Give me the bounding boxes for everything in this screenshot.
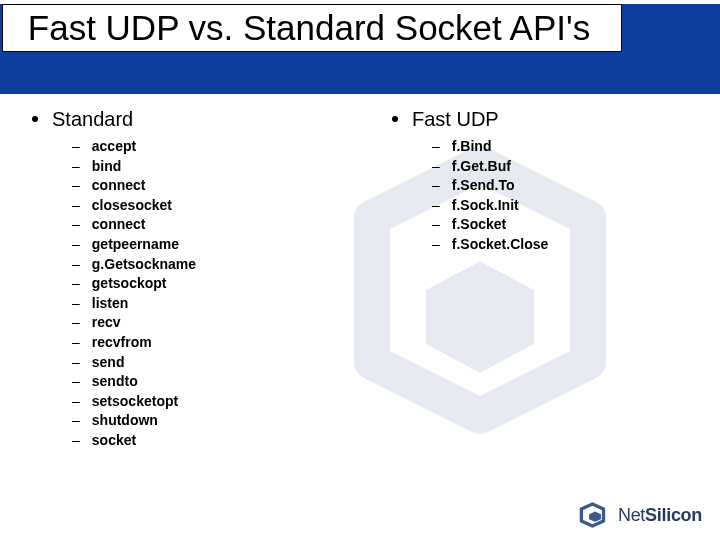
list-item: –g.Getsockname [72, 255, 360, 275]
list-item-label: f.Socket.Close [452, 235, 548, 255]
list-item: –f.Socket [432, 215, 720, 235]
brand-mark-icon [578, 502, 612, 528]
list-item-label: f.Get.Buf [452, 157, 511, 177]
brand-silicon: Silicon [645, 505, 702, 525]
list-item: –f.Send.To [432, 176, 720, 196]
list-item-label: connect [92, 176, 146, 196]
list-item-label: recvfrom [92, 333, 152, 353]
list-item-label: g.Getsockname [92, 255, 196, 275]
list-item-label: sendto [92, 372, 138, 392]
brand-text: NetSilicon [618, 505, 702, 526]
list-item-label: socket [92, 431, 136, 451]
column-heading-label: Fast UDP [412, 108, 499, 131]
dash-icon: – [432, 196, 440, 216]
list-item-label: f.Send.To [452, 176, 515, 196]
column-standard: Standard –accept –bind –connect –closeso… [0, 108, 360, 478]
dash-icon: – [72, 196, 80, 216]
list-item: –setsocketopt [72, 392, 360, 412]
list-item: –recvfrom [72, 333, 360, 353]
column-heading-label: Standard [52, 108, 133, 131]
dash-icon: – [432, 137, 440, 157]
list-item: –closesocket [72, 196, 360, 216]
list-item-label: bind [92, 157, 122, 177]
dash-icon: – [72, 137, 80, 157]
dash-icon: – [432, 235, 440, 255]
dash-icon: – [432, 157, 440, 177]
dash-icon: – [72, 392, 80, 412]
list-item: –f.Bind [432, 137, 720, 157]
dash-icon: – [72, 333, 80, 353]
list-item: –socket [72, 431, 360, 451]
list-item-label: f.Bind [452, 137, 492, 157]
list-item-label: connect [92, 215, 146, 235]
list-item: –shutdown [72, 411, 360, 431]
list-item-label: getsockopt [92, 274, 167, 294]
footer-brand: NetSilicon [578, 502, 702, 528]
list-item-label: listen [92, 294, 129, 314]
list-item: –connect [72, 176, 360, 196]
list-item: –getsockopt [72, 274, 360, 294]
dash-icon: – [72, 274, 80, 294]
list-item: –bind [72, 157, 360, 177]
column-heading: Fast UDP [392, 108, 720, 131]
column-heading: Standard [32, 108, 360, 131]
list-item-label: f.Socket [452, 215, 506, 235]
list-item: –listen [72, 294, 360, 314]
list-item: –connect [72, 215, 360, 235]
fastudp-list: –f.Bind –f.Get.Buf –f.Send.To –f.Sock.In… [432, 137, 720, 255]
list-item-label: f.Sock.Init [452, 196, 519, 216]
list-item: –sendto [72, 372, 360, 392]
dash-icon: – [72, 255, 80, 275]
list-item: –f.Get.Buf [432, 157, 720, 177]
list-item-label: closesocket [92, 196, 172, 216]
dash-icon: – [72, 313, 80, 333]
list-item-label: shutdown [92, 411, 158, 431]
list-item-label: recv [92, 313, 121, 333]
list-item-label: getpeername [92, 235, 179, 255]
dash-icon: – [72, 431, 80, 451]
brand-net: Net [618, 505, 645, 525]
list-item: –f.Socket.Close [432, 235, 720, 255]
list-item: –accept [72, 137, 360, 157]
dash-icon: – [72, 157, 80, 177]
list-item-label: setsocketopt [92, 392, 178, 412]
dash-icon: – [72, 176, 80, 196]
bullet-icon [392, 116, 398, 122]
list-item-label: accept [92, 137, 136, 157]
slide-title: Fast UDP vs. Standard Socket API's [2, 4, 622, 52]
bullet-icon [32, 116, 38, 122]
dash-icon: – [72, 235, 80, 255]
standard-list: –accept –bind –connect –closesocket –con… [72, 137, 360, 451]
dash-icon: – [72, 353, 80, 373]
dash-icon: – [72, 411, 80, 431]
dash-icon: – [432, 215, 440, 235]
content-columns: Standard –accept –bind –connect –closeso… [0, 108, 720, 478]
dash-icon: – [432, 176, 440, 196]
list-item: –getpeername [72, 235, 360, 255]
dash-icon: – [72, 215, 80, 235]
column-fastudp: Fast UDP –f.Bind –f.Get.Buf –f.Send.To –… [360, 108, 720, 478]
list-item: –recv [72, 313, 360, 333]
dash-icon: – [72, 294, 80, 314]
dash-icon: – [72, 372, 80, 392]
list-item-label: send [92, 353, 125, 373]
list-item: –send [72, 353, 360, 373]
list-item: –f.Sock.Init [432, 196, 720, 216]
